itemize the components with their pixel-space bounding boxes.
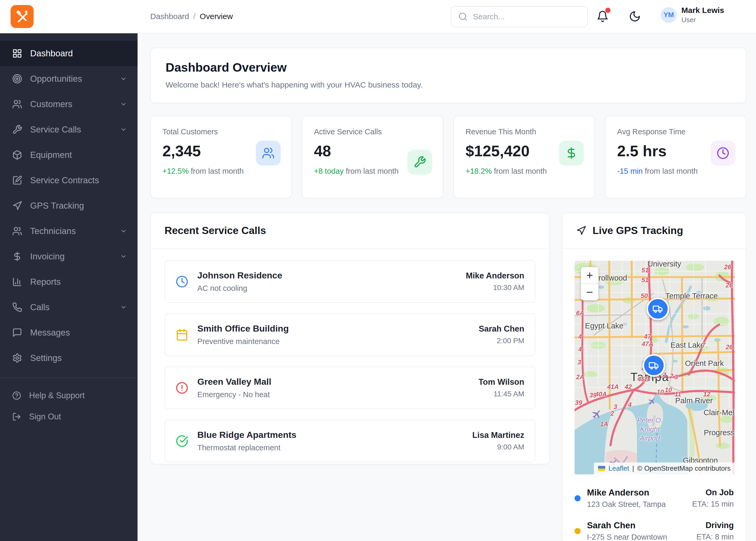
map-exit-number: 2 bbox=[670, 372, 673, 380]
app-logo[interactable] bbox=[11, 5, 34, 28]
sidebar-item[interactable]: Service Contracts bbox=[0, 168, 138, 193]
user-menu[interactable]: YM Mark Lewis User bbox=[661, 6, 724, 24]
technician-status: Driving bbox=[696, 521, 734, 530]
stat-label: Avg Response Time bbox=[617, 128, 734, 136]
page-title: Dashboard Overview bbox=[166, 60, 731, 75]
osm-attribution: © OpenStreetMap contributors bbox=[637, 464, 731, 472]
sidebar-item[interactable]: Settings bbox=[0, 345, 138, 371]
map-exit-number: 2 bbox=[610, 410, 614, 417]
service-call-time: 9:00 AM bbox=[472, 443, 524, 451]
sidebar-item[interactable]: Messages bbox=[0, 320, 138, 345]
map-exit-number: 3 bbox=[577, 358, 581, 366]
service-call-item[interactable]: Smith Office Building Preventive mainten… bbox=[165, 313, 535, 356]
stat-icon-box bbox=[407, 150, 432, 175]
stat-delta-value: +12.5% bbox=[162, 167, 189, 175]
service-call-time: 11:45 AM bbox=[478, 390, 524, 398]
sidebar-item[interactable]: Service Calls bbox=[0, 117, 138, 142]
top-bar: Dashboard / Overview YM Mark Lewis User bbox=[0, 0, 756, 33]
zoom-in-button[interactable]: + bbox=[581, 267, 598, 283]
stats-row: Total Customers 2,345 +12.5% from last m… bbox=[150, 116, 746, 198]
map-exit-number: 41A bbox=[607, 383, 619, 390]
gps-header: Live GPS Tracking bbox=[562, 213, 746, 249]
technician-location: 123 Oak Street, Tampa bbox=[587, 500, 666, 509]
map-exit-number: 26 bbox=[726, 343, 733, 351]
truck-marker[interactable] bbox=[646, 297, 669, 320]
sidebar-item[interactable]: Equipment bbox=[0, 142, 138, 168]
technician-status-dot bbox=[574, 528, 581, 534]
service-call-title: Blue Ridge Apartments bbox=[197, 430, 297, 440]
map-exit-number: 3 bbox=[614, 403, 617, 411]
sidebar-item[interactable]: GPS Tracking bbox=[0, 193, 138, 219]
stat-delta-rest: from last month bbox=[492, 167, 547, 175]
sidebar-footer-item[interactable]: Help & Support bbox=[0, 385, 138, 406]
avatar[interactable]: YM bbox=[661, 7, 677, 23]
map-exit-number: 40A bbox=[595, 390, 607, 398]
gps-map[interactable]: UniversityCarrollwoodTemple TerraceEgypt… bbox=[574, 261, 735, 474]
recent-list: Johnson Residence AC not cooling Mike An… bbox=[151, 249, 549, 474]
map-exit-number: 10 bbox=[657, 388, 664, 396]
breadcrumb-separator: / bbox=[193, 12, 196, 21]
stat-label: Revenue This Month bbox=[465, 128, 583, 136]
recent-header: Recent Service Calls bbox=[151, 213, 549, 249]
moon-icon bbox=[629, 10, 641, 22]
sidebar-item[interactable]: Customers bbox=[0, 92, 138, 117]
sidebar-item[interactable]: Dashboard bbox=[0, 41, 138, 66]
map-place-label: East Lake bbox=[671, 341, 705, 349]
map-place-label: Egypt Lake bbox=[585, 321, 623, 330]
sidebar-footer-item[interactable]: Sign Out bbox=[0, 406, 138, 427]
sidebar-item[interactable]: Opportunities bbox=[0, 66, 138, 92]
chevron-down-icon bbox=[120, 253, 127, 260]
service-call-description: Preventive maintenance bbox=[197, 337, 289, 346]
user-name: Mark Lewis bbox=[681, 6, 724, 15]
sidebar-item-icon bbox=[12, 327, 22, 338]
zoom-out-button[interactable]: − bbox=[581, 284, 598, 300]
navigation-icon bbox=[576, 226, 586, 236]
map-exit-number: 4 bbox=[578, 333, 582, 340]
stat-icon bbox=[413, 156, 426, 169]
sidebar-footer: Help & Support Sign Out bbox=[0, 385, 138, 427]
stat-delta-value: +8 today bbox=[314, 167, 344, 175]
service-call-item[interactable]: Johnson Residence AC not cooling Mike An… bbox=[165, 260, 535, 303]
sidebar-item-label: Technicians bbox=[30, 226, 76, 236]
map-exit-number: 45B bbox=[638, 375, 649, 383]
sidebar-item-label: Customers bbox=[30, 99, 73, 109]
service-call-time: 10:30 AM bbox=[466, 283, 524, 292]
service-call-item[interactable]: Blue Ridge Apartments Thermostat replace… bbox=[165, 420, 535, 462]
technician-status-dot bbox=[574, 495, 581, 501]
map-place-label: Progress Vil bbox=[704, 428, 735, 437]
map-place-label: Peter O. Knight Airport bbox=[637, 416, 663, 443]
truck-marker[interactable] bbox=[642, 354, 665, 377]
map-exit-number: 12 bbox=[703, 390, 710, 398]
sidebar-item[interactable]: Technicians bbox=[0, 219, 138, 244]
sidebar-item[interactable]: Reports bbox=[0, 269, 138, 294]
dark-mode-toggle[interactable] bbox=[628, 10, 642, 24]
notifications-button[interactable] bbox=[596, 10, 609, 24]
service-call-status-icon bbox=[176, 328, 188, 341]
stat-delta-rest: from last month bbox=[344, 167, 398, 175]
search-box[interactable] bbox=[451, 6, 588, 27]
service-call-technician: Sarah Chen bbox=[479, 324, 524, 334]
technician-location: I-275 S near Downtown bbox=[587, 533, 667, 541]
leaflet-link[interactable]: Leaflet bbox=[608, 464, 629, 472]
stat-card: Total Customers 2,345 +12.5% from last m… bbox=[150, 116, 292, 198]
chevron-down-icon bbox=[120, 75, 127, 82]
sidebar-item-icon bbox=[12, 175, 22, 185]
stat-delta-rest: from last month bbox=[643, 167, 698, 175]
search-icon bbox=[458, 12, 468, 21]
stat-delta-value: -15 min bbox=[617, 167, 643, 175]
service-call-technician: Tom Wilson bbox=[478, 377, 524, 387]
breadcrumb-dashboard[interactable]: Dashboard bbox=[150, 12, 189, 21]
map-exit-number: 26 bbox=[726, 281, 733, 289]
chevron-down-icon bbox=[120, 228, 127, 235]
sidebar-item[interactable]: Invoicing bbox=[0, 244, 138, 269]
service-call-item[interactable]: Green Valley Mall Emergency - No heat To… bbox=[165, 366, 535, 409]
map-exit-number: 51 bbox=[641, 276, 649, 284]
sidebar-item[interactable]: Calls bbox=[0, 294, 138, 320]
map-exit-number: 1 bbox=[663, 371, 667, 379]
search-input[interactable] bbox=[473, 12, 580, 21]
recent-title: Recent Service Calls bbox=[165, 225, 266, 237]
service-call-description: Thermostat replacement bbox=[197, 443, 297, 452]
sidebar-divider bbox=[0, 377, 138, 378]
map-exit-number: 26 bbox=[724, 264, 731, 271]
map-exit-number: 47A bbox=[642, 340, 653, 348]
